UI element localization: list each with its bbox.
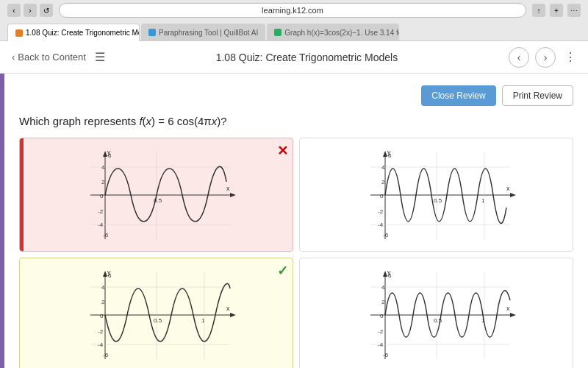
svg-text:0: 0 — [100, 313, 104, 319]
main-content: Close Review Print Review Which graph re… — [0, 74, 588, 368]
browser-controls: ‹ › ↺ — [7, 4, 53, 17]
question-text: Which graph represents f(x) = 6 cos(4πx)… — [19, 115, 573, 127]
app-header: ‹ Back to Content ☰ 1.08 Quiz: Create Tr… — [0, 41, 588, 74]
browser-tabs: 1.08 Quiz: Create Trigonometric Models P… — [0, 21, 588, 41]
browser-top-bar: ‹ › ↺ learning.k12.com ↑ + ⋯ — [0, 0, 588, 21]
svg-text:6: 6 — [388, 272, 392, 279]
graph-svg-4: x y 0.5 1 0 4 2 -2 -4 -6 6 — [356, 265, 517, 364]
hamburger-menu-button[interactable]: ☰ — [95, 50, 105, 64]
svg-text:-4: -4 — [378, 342, 384, 348]
tab-brainly[interactable]: Graph h(x)=3cos(2x)−1. Use 3.14 for π.. … — [267, 24, 399, 41]
address-bar[interactable]: learning.k12.com — [59, 3, 526, 18]
prev-page-nav-button[interactable]: ‹ — [509, 47, 529, 68]
svg-text:2: 2 — [101, 179, 105, 185]
graph-svg-3: x y 0.5 1 0 4 2 -2 -4 -6 6 — [76, 265, 237, 364]
svg-text:0: 0 — [380, 313, 384, 319]
graph-option-3[interactable]: x y 0.5 1 0 4 2 -2 -4 -6 6 ✓ — [19, 258, 293, 368]
wrong-left-bar — [20, 138, 24, 251]
back-to-content-button[interactable]: ‹ Back to Content — [12, 52, 86, 63]
back-browser-button[interactable]: ‹ — [7, 4, 21, 17]
svg-text:-4: -4 — [98, 342, 104, 348]
print-review-button[interactable]: Print Review — [502, 85, 573, 106]
wrong-indicator: ✕ — [277, 143, 288, 159]
svg-text:-4: -4 — [378, 222, 384, 228]
svg-text:1: 1 — [481, 197, 485, 204]
svg-text:x: x — [226, 185, 230, 192]
svg-text:2: 2 — [381, 299, 385, 305]
svg-text:-6: -6 — [383, 352, 389, 358]
svg-text:-2: -2 — [98, 208, 104, 215]
browser-actions: ↑ + ⋯ — [532, 4, 581, 17]
svg-text:x: x — [506, 305, 510, 312]
svg-text:0.5: 0.5 — [154, 317, 162, 324]
tab-favicon-quiz — [15, 29, 23, 37]
svg-text:x: x — [226, 305, 230, 312]
svg-marker-57 — [510, 313, 516, 317]
tab-label-quillbot: Paraphrasing Tool | QuillBot AI — [159, 29, 258, 37]
tab-quillbot[interactable]: Paraphrasing Tool | QuillBot AI — [141, 24, 265, 41]
svg-text:4: 4 — [381, 284, 385, 291]
graph-option-2[interactable]: x y 0.5 1 0 4 2 -2 -4 -6 6 — [299, 138, 573, 252]
graph-svg-1: x y 0.5 0 4 2 -2 -4 -6 6 — [76, 145, 237, 244]
svg-text:-6: -6 — [103, 352, 109, 358]
back-to-content-label: Back to Content — [18, 52, 86, 63]
svg-text:2: 2 — [101, 299, 105, 305]
svg-text:0: 0 — [100, 193, 104, 199]
svg-text:6: 6 — [108, 272, 112, 279]
correct-indicator: ✓ — [277, 263, 288, 279]
svg-text:-6: -6 — [383, 232, 389, 238]
graphs-grid: x y 0.5 0 4 2 -2 -4 -6 6 ✕ — [19, 138, 573, 368]
tab-favicon-quillbot — [148, 29, 156, 36]
share-button[interactable]: ↑ — [532, 4, 545, 17]
graph-option-4[interactable]: x y 0.5 1 0 4 2 -2 -4 -6 6 — [299, 258, 573, 368]
more-button[interactable]: ⋯ — [567, 4, 581, 17]
close-review-button[interactable]: Close Review — [421, 85, 495, 106]
next-page-nav-button[interactable]: › — [535, 47, 556, 68]
tab-label-brainly: Graph h(x)=3cos(2x)−1. Use 3.14 for π.. … — [284, 29, 399, 37]
svg-marker-38 — [230, 313, 236, 317]
svg-text:4: 4 — [381, 164, 385, 171]
tab-label-quiz: 1.08 Quiz: Create Trigonometric Models — [26, 29, 140, 37]
svg-text:-2: -2 — [378, 208, 384, 215]
svg-text:6: 6 — [388, 152, 392, 159]
svg-text:-2: -2 — [378, 328, 384, 335]
svg-text:6: 6 — [108, 152, 112, 159]
content-area: Close Review Print Review Which graph re… — [4, 74, 588, 368]
tab-favicon-brainly — [274, 29, 282, 36]
reload-button[interactable]: ↺ — [40, 4, 53, 17]
svg-marker-2 — [230, 193, 236, 197]
svg-text:-2: -2 — [98, 328, 104, 335]
page-title: 1.08 Quiz: Create Trigonometric Models — [114, 52, 500, 63]
tab-quiz[interactable]: 1.08 Quiz: Create Trigonometric Models — [7, 24, 140, 41]
quiz-actions: Close Review Print Review — [19, 85, 573, 106]
new-tab-button[interactable]: + — [550, 4, 563, 17]
svg-text:4: 4 — [101, 284, 105, 291]
svg-text:-4: -4 — [98, 222, 104, 228]
svg-text:0: 0 — [380, 193, 384, 199]
graph-option-1[interactable]: x y 0.5 0 4 2 -2 -4 -6 6 ✕ — [19, 138, 293, 252]
forward-browser-button[interactable]: › — [24, 4, 37, 17]
svg-text:1: 1 — [201, 317, 205, 324]
svg-text:4: 4 — [101, 164, 105, 171]
graph-svg-2: x y 0.5 1 0 4 2 -2 -4 -6 6 — [356, 145, 517, 244]
svg-text:x: x — [506, 185, 510, 192]
svg-text:0.5: 0.5 — [434, 197, 442, 204]
address-text: learning.k12.com — [262, 6, 323, 15]
back-arrow-icon: ‹ — [12, 52, 15, 63]
browser-chrome: ‹ › ↺ learning.k12.com ↑ + ⋯ 1.08 Quiz: … — [0, 0, 588, 41]
svg-text:2: 2 — [381, 179, 385, 185]
more-options-button[interactable]: ⋮ — [564, 50, 576, 64]
svg-marker-19 — [510, 193, 516, 197]
nav-arrows: ‹ › — [509, 47, 556, 68]
svg-text:-6: -6 — [103, 232, 109, 238]
